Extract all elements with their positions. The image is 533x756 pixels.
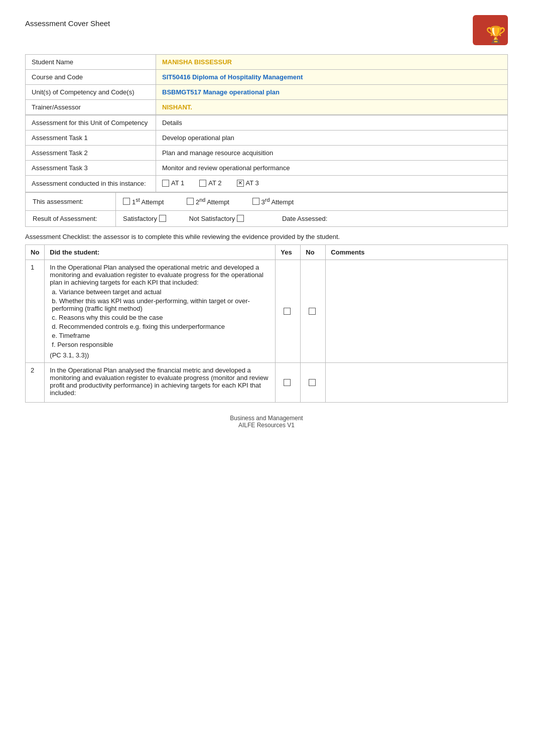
at2-option[interactable]: AT 2 bbox=[199, 179, 221, 187]
col-no-header: No bbox=[26, 244, 45, 260]
row2-intro-text: In the Operational Plan analysed the fin… bbox=[50, 366, 270, 397]
attempt-table: This assessment: 1st Attempt 2nd Attempt… bbox=[25, 192, 508, 227]
competency-header-value: Details bbox=[156, 115, 508, 131]
task3-label: Assessment Task 3 bbox=[26, 161, 156, 176]
row2-no-cell[interactable] bbox=[301, 362, 326, 402]
attempt1-option[interactable]: 1st Attempt bbox=[123, 197, 164, 206]
row1-no: 1 bbox=[26, 260, 45, 362]
task3-row: Assessment Task 3 Monitor and review ope… bbox=[26, 161, 508, 176]
row1-sub-items: a. Variance between target and actual b.… bbox=[52, 288, 270, 348]
col-no2-header: No bbox=[301, 244, 326, 260]
this-assessment-label: This assessment: bbox=[26, 192, 116, 210]
row1-no-checkbox[interactable] bbox=[309, 308, 316, 315]
page-header: Assessment Cover Sheet bbox=[25, 15, 508, 45]
unit-value: BSBMGT517 Manage operational plan bbox=[156, 85, 508, 100]
attempt3-option[interactable]: 3rd Attempt bbox=[252, 197, 294, 206]
row2-yes-checkbox[interactable] bbox=[284, 379, 291, 386]
conducted-at-cell: AT 1 AT 2 AT 3 bbox=[156, 176, 508, 192]
trainer-text: NISHANT. bbox=[162, 103, 192, 111]
course-code-label: Course and Code bbox=[26, 70, 156, 85]
footer: Business and Management AILFE Resources … bbox=[25, 415, 508, 429]
checklist-row-1: 1 In the Operational Plan analysed the o… bbox=[26, 260, 508, 362]
checklist-table: No Did the student: Yes No Comments 1 In… bbox=[25, 244, 508, 403]
not-satisfactory-label: Not Satisfactory bbox=[189, 215, 235, 222]
at1-label: AT 1 bbox=[171, 179, 184, 187]
at1-checkbox[interactable] bbox=[162, 180, 169, 187]
row1-content: In the Operational Plan analysed the ope… bbox=[45, 260, 276, 362]
task1-value: Develop operational plan bbox=[156, 131, 508, 146]
row2-comments bbox=[326, 362, 508, 402]
logo bbox=[473, 15, 508, 45]
result-row: Result of Assessment: Satisfactory Not S… bbox=[26, 210, 508, 226]
student-name-text: MANISHA BISSESSUR bbox=[162, 58, 232, 66]
trainer-label: Trainer/Assessor bbox=[26, 100, 156, 115]
unit-label: Unit(s) of Competency and Code(s) bbox=[26, 85, 156, 100]
row2-content: In the Operational Plan analysed the fin… bbox=[45, 362, 276, 402]
competency-header-label: Assessment for this Unit of Competency bbox=[26, 115, 156, 131]
footer-line2: AILFE Resources V1 bbox=[25, 422, 508, 429]
checklist-intro: Assessment Checklist: the assessor is to… bbox=[25, 227, 508, 244]
row2-item-content: In the Operational Plan analysed the fin… bbox=[50, 366, 270, 397]
task2-row: Assessment Task 2 Plan and manage resour… bbox=[26, 146, 508, 161]
at2-label: AT 2 bbox=[208, 179, 221, 187]
task1-row: Assessment Task 1 Develop operational pl… bbox=[26, 131, 508, 146]
row1-yes-cell[interactable] bbox=[276, 260, 301, 362]
row1-sub-b: b. Whether this was KPI was under-perfor… bbox=[52, 297, 270, 312]
row1-comments bbox=[326, 260, 508, 362]
col-did-header: Did the student: bbox=[45, 244, 276, 260]
checklist-row-2: 2 In the Operational Plan analysed the f… bbox=[26, 362, 508, 402]
row1-sub-a: a. Variance between target and actual bbox=[52, 288, 270, 296]
attempt-options-cell: 1st Attempt 2nd Attempt 3rd Attempt bbox=[116, 192, 508, 210]
not-satisfactory-option[interactable]: Not Satisfactory bbox=[189, 215, 244, 222]
course-code-text: SIT50416 Diploma of Hospitality Manageme… bbox=[162, 73, 303, 81]
footer-line1: Business and Management bbox=[25, 415, 508, 422]
checklist-header-row: No Did the student: Yes No Comments bbox=[26, 244, 508, 260]
at2-checkbox[interactable] bbox=[199, 180, 206, 187]
row1-yes-checkbox[interactable] bbox=[284, 308, 291, 315]
attempt1-checkbox[interactable] bbox=[123, 198, 130, 205]
attempt3-label: 3rd Attempt bbox=[261, 197, 294, 206]
row1-sub-e: e. Timeframe bbox=[52, 332, 270, 339]
competency-table: Assessment for this Unit of Competency D… bbox=[25, 115, 508, 192]
attempt-row: This assessment: 1st Attempt 2nd Attempt… bbox=[26, 192, 508, 210]
at3-label: AT 3 bbox=[246, 179, 259, 187]
task1-label: Assessment Task 1 bbox=[26, 131, 156, 146]
row1-intro-text: In the Operational Plan analysed the ope… bbox=[50, 264, 270, 286]
row2-no-checkbox[interactable] bbox=[309, 379, 316, 386]
satisfactory-option[interactable]: Satisfactory bbox=[123, 215, 166, 222]
conducted-row: Assessment conducted in this instance: A… bbox=[26, 176, 508, 192]
at3-option[interactable]: AT 3 bbox=[237, 179, 259, 187]
row1-sub-f: f. Person responsible bbox=[52, 341, 270, 348]
competency-header-row: Assessment for this Unit of Competency D… bbox=[26, 115, 508, 131]
attempt2-option[interactable]: 2nd Attempt bbox=[187, 197, 229, 206]
row1-sub-c: c. Reasons why this could be the case bbox=[52, 314, 270, 321]
task3-value: Monitor and review operational performan… bbox=[156, 161, 508, 176]
attempt1-label: 1st Attempt bbox=[132, 197, 164, 206]
info-table: Student Name MANISHA BISSESSUR Course an… bbox=[25, 54, 508, 115]
satisfactory-label: Satisfactory bbox=[123, 215, 157, 222]
course-code-row: Course and Code SIT50416 Diploma of Hosp… bbox=[26, 70, 508, 85]
at1-option[interactable]: AT 1 bbox=[162, 179, 184, 187]
row1-sub-d: d. Recommended controls e.g. fixing this… bbox=[52, 323, 270, 330]
trainer-value: NISHANT. bbox=[156, 100, 508, 115]
row2-no: 2 bbox=[26, 362, 45, 402]
attempt3-checkbox[interactable] bbox=[252, 198, 259, 205]
satisfactory-checkbox[interactable] bbox=[159, 215, 166, 222]
conducted-label: Assessment conducted in this instance: bbox=[26, 176, 156, 192]
task2-value: Plan and manage resource acquisition bbox=[156, 146, 508, 161]
page-title: Assessment Cover Sheet bbox=[25, 19, 110, 28]
student-name-row: Student Name MANISHA BISSESSUR bbox=[26, 55, 508, 70]
row1-no-cell[interactable] bbox=[301, 260, 326, 362]
row1-item-content: In the Operational Plan analysed the ope… bbox=[50, 264, 270, 359]
row2-yes-cell[interactable] bbox=[276, 362, 301, 402]
at3-checkbox[interactable] bbox=[237, 180, 244, 187]
col-comments-header: Comments bbox=[326, 244, 508, 260]
date-assessed-label: Date Assessed: bbox=[282, 215, 327, 222]
attempt2-label: 2nd Attempt bbox=[196, 197, 229, 206]
trainer-row: Trainer/Assessor NISHANT. bbox=[26, 100, 508, 115]
not-satisfactory-checkbox[interactable] bbox=[237, 215, 244, 222]
attempt2-checkbox[interactable] bbox=[187, 198, 194, 205]
student-name-label: Student Name bbox=[26, 55, 156, 70]
course-code-value: SIT50416 Diploma of Hospitality Manageme… bbox=[156, 70, 508, 85]
unit-text: BSBMGT517 Manage operational plan bbox=[162, 88, 280, 96]
